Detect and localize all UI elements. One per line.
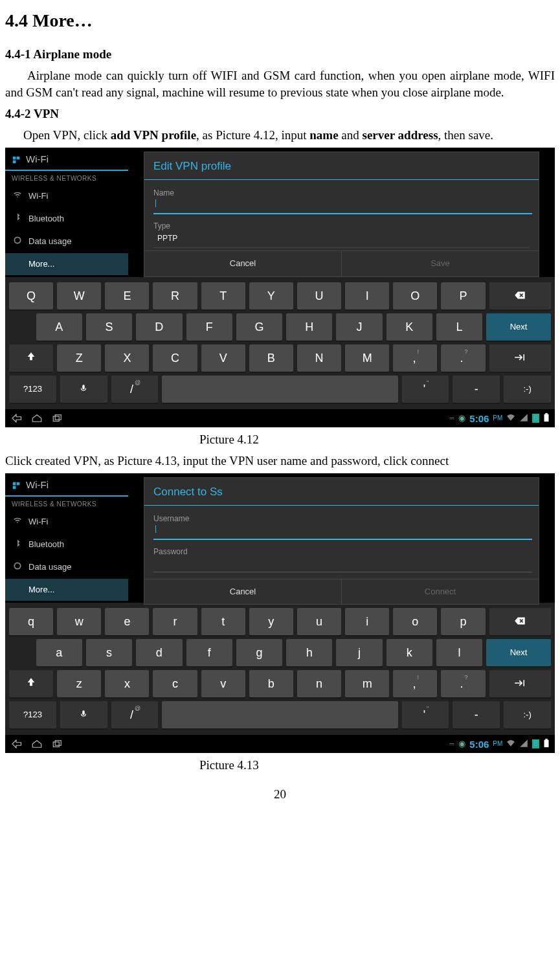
recents-icon[interactable]: [52, 739, 63, 748]
key-i[interactable]: I: [345, 282, 389, 309]
sidebar-item-more[interactable]: More...: [5, 579, 128, 601]
key-p[interactable]: P: [441, 282, 485, 309]
key-c[interactable]: c: [153, 670, 197, 697]
key-t[interactable]: T: [201, 282, 245, 309]
key-x[interactable]: X: [105, 344, 149, 372]
password-input[interactable]: [153, 557, 532, 572]
key-a[interactable]: a: [36, 639, 82, 666]
key-n[interactable]: N: [297, 344, 341, 372]
key-i[interactable]: i: [345, 608, 389, 635]
key-o[interactable]: o: [393, 608, 437, 635]
key-k[interactable]: K: [386, 313, 432, 341]
key-backspace[interactable]: [489, 608, 551, 635]
keyboard[interactable]: qwertyuiop asdfghjklNext zxcvbnm,!.? ?12…: [5, 603, 555, 735]
key-tab[interactable]: [489, 344, 551, 372]
key-f[interactable]: F: [186, 313, 232, 341]
key-z[interactable]: z: [57, 670, 101, 697]
key-q[interactable]: q: [9, 608, 53, 635]
key-mic[interactable]: [60, 701, 107, 728]
key-smile[interactable]: :-): [504, 376, 551, 403]
key-,[interactable]: ,!: [393, 670, 437, 697]
key-z[interactable]: Z: [57, 344, 101, 372]
key-t[interactable]: t: [201, 608, 245, 635]
home-icon[interactable]: [31, 739, 43, 748]
key-g[interactable]: g: [236, 639, 282, 666]
key-w[interactable]: w: [57, 608, 101, 635]
key-x[interactable]: x: [105, 670, 149, 697]
key-l[interactable]: l: [436, 639, 482, 666]
key-space[interactable]: [162, 376, 398, 403]
key-b[interactable]: B: [249, 344, 293, 372]
cancel-button[interactable]: Cancel: [144, 251, 341, 276]
key-mic[interactable]: [60, 376, 107, 403]
key-v[interactable]: v: [201, 670, 245, 697]
key-f[interactable]: f: [186, 639, 232, 666]
key-w[interactable]: W: [57, 282, 101, 309]
key-y[interactable]: Y: [249, 282, 293, 309]
key-apostrophe[interactable]: '": [402, 701, 449, 728]
key-s[interactable]: s: [86, 639, 132, 666]
key-c[interactable]: C: [153, 344, 197, 372]
key-g[interactable]: G: [236, 313, 282, 341]
key-n[interactable]: n: [297, 670, 341, 697]
key-u[interactable]: U: [297, 282, 341, 309]
sidebar-item-bluetooth[interactable]: Bluetooth: [5, 534, 128, 556]
key-o[interactable]: O: [393, 282, 437, 309]
home-icon[interactable]: [31, 414, 43, 423]
key-d[interactable]: D: [136, 313, 182, 341]
key-r[interactable]: r: [153, 608, 197, 635]
key-shift[interactable]: [9, 670, 53, 697]
key-s[interactable]: S: [86, 313, 132, 341]
sidebar-item-data-usage[interactable]: Data usage: [5, 230, 128, 253]
key-j[interactable]: J: [336, 313, 382, 341]
key-.[interactable]: .?: [441, 344, 485, 372]
keyboard[interactable]: QWERTYUIOP ASDFGHJKLNext ZXCVBNM,!.? ?12…: [5, 277, 555, 409]
settings-header[interactable]: Wi-Fi: [5, 473, 128, 497]
key-p[interactable]: p: [441, 608, 485, 635]
sidebar-item-bluetooth[interactable]: Bluetooth: [5, 207, 128, 230]
recents-icon[interactable]: [52, 414, 63, 423]
key-b[interactable]: b: [249, 670, 293, 697]
key-smile[interactable]: :-): [504, 701, 551, 728]
key-next[interactable]: Next: [486, 639, 551, 666]
connect-button[interactable]: Connect: [341, 579, 539, 604]
key-h[interactable]: H: [286, 313, 332, 341]
back-icon[interactable]: [10, 739, 22, 748]
key-r[interactable]: R: [153, 282, 197, 309]
key-j[interactable]: j: [336, 639, 382, 666]
key-shift[interactable]: [9, 344, 53, 372]
sidebar-item-more[interactable]: More...: [5, 253, 128, 275]
key-v[interactable]: V: [201, 344, 245, 372]
key-a[interactable]: A: [36, 313, 82, 341]
key-tab[interactable]: [489, 670, 551, 697]
key-e[interactable]: E: [105, 282, 149, 309]
key-sym[interactable]: ?123: [9, 701, 56, 728]
cancel-button[interactable]: Cancel: [144, 579, 341, 604]
key-d[interactable]: d: [136, 639, 182, 666]
save-button[interactable]: Save: [341, 251, 539, 276]
key-.[interactable]: .?: [441, 670, 485, 697]
key-k[interactable]: k: [386, 639, 432, 666]
key-m[interactable]: m: [345, 670, 389, 697]
key-l[interactable]: L: [436, 313, 482, 341]
key-q[interactable]: Q: [9, 282, 53, 309]
sidebar-item-data-usage[interactable]: Data usage: [5, 556, 128, 579]
type-value[interactable]: PPTP: [153, 232, 530, 249]
key-m[interactable]: M: [345, 344, 389, 372]
sidebar-item-wifi[interactable]: Wi-Fi: [5, 510, 128, 533]
settings-header[interactable]: Wi-Fi: [5, 148, 128, 171]
username-input[interactable]: [153, 524, 532, 540]
key-e[interactable]: e: [105, 608, 149, 635]
key-u[interactable]: u: [297, 608, 341, 635]
key-y[interactable]: y: [249, 608, 293, 635]
key-slash[interactable]: /@: [111, 376, 159, 403]
key-dash[interactable]: -: [453, 376, 500, 403]
key-,[interactable]: ,!: [393, 344, 437, 372]
key-sym[interactable]: ?123: [9, 376, 56, 403]
name-input[interactable]: [153, 199, 532, 214]
sidebar-item-wifi[interactable]: Wi-Fi: [5, 185, 128, 207]
key-backspace[interactable]: [489, 282, 551, 309]
key-apostrophe[interactable]: '": [402, 376, 449, 403]
key-space[interactable]: [162, 701, 398, 728]
back-icon[interactable]: [10, 414, 22, 423]
